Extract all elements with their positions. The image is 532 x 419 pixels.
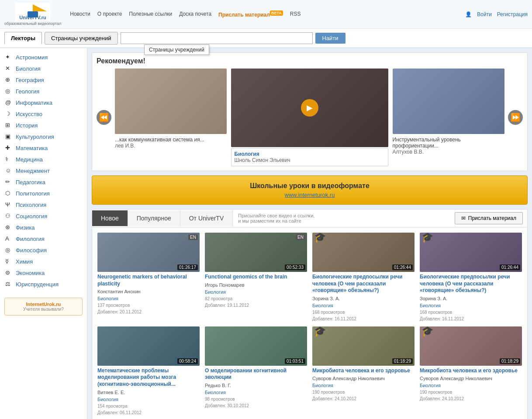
video-title-4[interactable]: Метематические проблемы моделирования ра…	[97, 367, 200, 388]
lecturers-tab[interactable]: Лекторы	[4, 32, 42, 45]
tab-univertv[interactable]: От UniverTV	[180, 210, 233, 226]
nav-news[interactable]: Новости	[70, 11, 90, 18]
sidebar-item-geology[interactable]: ◎ Геология	[0, 86, 87, 97]
sidebar-item-culturology[interactable]: ▣ Культурология	[0, 131, 87, 142]
promo-link[interactable]: www.interneturok.ru	[98, 192, 521, 198]
carousel-next[interactable]: ⏩	[508, 110, 523, 125]
psychology-icon: Ψ	[5, 201, 12, 208]
video-category-4[interactable]: Биология	[97, 397, 200, 402]
sidebar-item-psychology[interactable]: Ψ Психология	[0, 199, 87, 210]
sidebar-item-math[interactable]: ✚ Математика	[0, 142, 87, 154]
duration-0: 01:26:17	[177, 264, 198, 270]
sidebar-item-informatics[interactable]: @ Информатика	[0, 97, 87, 108]
video-card-2[interactable]: 🎓01:26:44Биологические предпосылки речи …	[312, 233, 415, 321]
video-category-6[interactable]: Биология	[312, 383, 415, 388]
sidebar-item-economics[interactable]: ⊜ Экономика	[0, 267, 87, 278]
video-card-4[interactable]: 00:58:24Метематические проблемы моделиро…	[97, 326, 200, 415]
philosophy-icon: ◎	[5, 247, 12, 254]
video-card-1[interactable]: EN00:52:33Functional genomics of the bra…	[205, 233, 307, 321]
promo-banner[interactable]: Школьные уроки в видеоформате www.intern…	[92, 175, 528, 205]
video-title-0[interactable]: Neurogenetic markers of behavioral plast…	[97, 274, 200, 287]
send-material-button[interactable]: ✉ Прислать материал	[455, 212, 523, 224]
play-button[interactable]: ▶	[301, 99, 318, 117]
carousel-prev[interactable]: ⏪	[97, 110, 111, 125]
carousel-card-3[interactable]: Инструментальный уровень профориентации.…	[393, 69, 504, 166]
sidebar-item-history[interactable]: ⊞ История	[0, 120, 87, 131]
search-input[interactable]	[121, 32, 313, 44]
video-title-2[interactable]: Биологические предпосылки речи человека …	[312, 274, 415, 294]
physics-icon: ⊛	[5, 224, 12, 231]
institutions-tooltip: Страницы учреждений	[144, 45, 209, 55]
sidebar-item-pedagogy[interactable]: ✏ Педагогика	[0, 176, 87, 188]
sidebar-item-biology[interactable]: ✕ Биология	[0, 63, 87, 74]
economics-icon: ⊜	[5, 269, 12, 276]
sidebar-item-geography[interactable]: ⊕ География	[0, 74, 87, 86]
institutions-tab[interactable]: Страницы учреждений	[45, 32, 117, 45]
sidebar-item-philology[interactable]: A Филология	[0, 233, 87, 244]
interneturok-label: InternetUrok.ru	[8, 302, 79, 307]
geology-icon: ◎	[5, 88, 12, 95]
star-badge-2: 🎓	[314, 233, 326, 243]
sidebar-item-sociology[interactable]: ⚇ Социология	[0, 210, 87, 222]
duration-4: 00:58:24	[177, 358, 198, 364]
sidebar-item-medicine[interactable]: ⚕ Медицина	[0, 154, 87, 165]
video-category-2[interactable]: Биология	[312, 303, 415, 308]
video-card-5[interactable]: 01:03:51О моделировании когнитивной эвол…	[205, 326, 307, 415]
nav-about[interactable]: О проекте	[97, 11, 122, 18]
nav-rss[interactable]: RSS	[290, 11, 301, 18]
carousel-card-1[interactable]: ...как коммуникативная система ия... лев…	[115, 69, 227, 166]
tabs-hint: Присылайте свое видео и ссылки, и мы раз…	[233, 213, 450, 223]
nav-links[interactable]: Полезные ссылки	[129, 11, 172, 18]
lang-badge-1: EN	[296, 234, 305, 240]
video-title-7[interactable]: Микробиота человека и его здоровье	[420, 367, 522, 374]
video-category-3[interactable]: Биология	[420, 303, 522, 308]
interneturok-sub: Учителя вызывали?	[8, 307, 79, 312]
sidebar-item-art[interactable]: ☽ Искусство	[0, 108, 87, 120]
video-card-3[interactable]: 🎓01:26:44Биологические предпосылки речи …	[420, 233, 522, 321]
video-card-0[interactable]: EN01:26:17Neurogenetic markers of behavi…	[97, 233, 200, 321]
sidebar-item-philosophy[interactable]: ◎ Философия	[0, 244, 87, 256]
video-date-1: Добавлен: 19.11.2012	[205, 303, 307, 308]
video-date-0: Добавлен: 20.11.2012	[97, 309, 200, 314]
video-title-6[interactable]: Микробиота человека и его здоровье	[312, 367, 415, 374]
login-link[interactable]: Войти	[477, 11, 492, 17]
star-badge-7: 🎓	[421, 326, 433, 337]
video-category-5[interactable]: Биология	[205, 390, 307, 395]
sidebar-item-astronomy[interactable]: ✦ Астрономия	[0, 52, 87, 63]
logo[interactable]: UniverTV.ru образовательный видеопортал	[4, 3, 61, 26]
carousel-card-2-author: Шноль Симон Эльевич	[234, 157, 385, 163]
video-author-5: Редько В. Г.	[205, 383, 307, 388]
video-category-7[interactable]: Биология	[420, 383, 522, 388]
register-link[interactable]: Регистрация	[497, 11, 528, 17]
search-button[interactable]: Найти	[315, 33, 345, 44]
video-card-7[interactable]: 🎓01:18:29Микробиота человека и его здоро…	[420, 326, 522, 415]
video-title-3[interactable]: Биологические предпосылки речи человека …	[420, 274, 522, 294]
carousel-card-2[interactable]: ▶ Биология Шноль Симон Эльевич	[231, 69, 388, 166]
duration-2: 01:26:44	[392, 264, 413, 270]
logo-subtitle: образовательный видеопортал	[4, 21, 61, 26]
sidebar-item-management[interactable]: ☺ Менеджмент	[0, 165, 87, 176]
video-title-1[interactable]: Functional genomics of the brain	[205, 274, 307, 281]
video-date-4: Добавлен: 06.11.2012	[97, 410, 200, 415]
nav-board[interactable]: Доска почета	[179, 11, 211, 18]
star-icon: ✦	[5, 54, 12, 61]
sidebar-item-politics[interactable]: ⬡ Политология	[0, 188, 87, 199]
video-category-1[interactable]: Биология	[205, 289, 307, 295]
email-icon: ✉	[461, 215, 466, 221]
sidebar-item-law[interactable]: ⚖ Юриспруденция	[0, 278, 87, 290]
video-views-7: 190 просмотров	[420, 390, 522, 395]
law-icon: ⚖	[5, 281, 12, 288]
nav-submit[interactable]: Прислать материалBETA	[218, 11, 283, 18]
sidebar-item-chemistry[interactable]: ☿ Химия	[0, 256, 87, 267]
interneturok-banner[interactable]: InternetUrok.ru Учителя вызывали?	[4, 298, 83, 316]
duration-3: 01:26:44	[500, 264, 520, 270]
video-category-0[interactable]: Биология	[97, 296, 200, 301]
video-views-2: 168 просмотров	[312, 310, 415, 315]
video-card-6[interactable]: 🎓01:18:29Микробиота человека и его здоро…	[312, 326, 415, 415]
carousel-card-2-category: Биология	[234, 151, 385, 157]
sidebar-item-physics[interactable]: ⊛ Физика	[0, 222, 87, 233]
video-thumb-3: 🎓01:26:44	[420, 233, 522, 272]
tab-new[interactable]: Новое	[92, 210, 128, 226]
video-title-5[interactable]: О моделировании когнитивной эволюции	[205, 367, 307, 381]
tab-popular[interactable]: Популярное	[128, 210, 180, 226]
